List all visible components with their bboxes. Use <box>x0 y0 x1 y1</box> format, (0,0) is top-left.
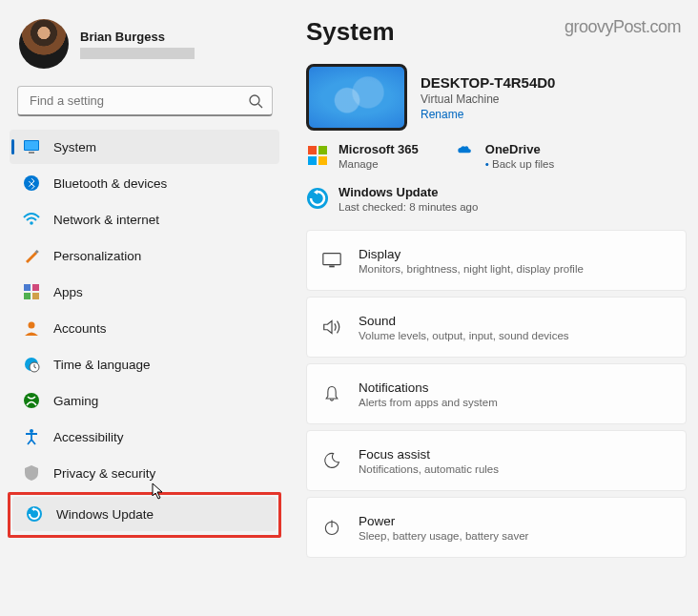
moon-icon <box>320 449 343 472</box>
card-power[interactable]: Power Sleep, battery usage, battery save… <box>306 497 687 558</box>
person-icon <box>23 319 40 337</box>
svg-rect-19 <box>318 146 327 154</box>
sidebar-item-label: Network & internet <box>53 213 159 227</box>
sound-icon <box>320 316 343 339</box>
svg-rect-11 <box>32 293 39 299</box>
svg-rect-20 <box>308 156 317 165</box>
sidebar-item-privacy[interactable]: Privacy & security <box>10 456 279 490</box>
card-title: Power <box>359 514 528 528</box>
windows-update-highlight: Windows Update <box>8 492 281 538</box>
card-title: Notifications <box>359 380 498 395</box>
sidebar-item-accounts[interactable]: Accounts <box>10 311 279 345</box>
power-icon <box>320 516 343 539</box>
service-onedrive[interactable]: OneDrive Back up files <box>453 142 554 170</box>
sidebar-item-label: Privacy & security <box>53 466 155 481</box>
m365-icon <box>306 144 329 167</box>
svg-rect-21 <box>318 156 327 165</box>
globe-clock-icon <box>23 356 40 373</box>
sidebar-item-label: Windows Update <box>56 507 154 522</box>
sidebar-item-system[interactable]: System <box>10 130 279 164</box>
sidebar-item-network[interactable]: Network & internet <box>10 202 279 236</box>
device-name: DESKTOP-T4R54D0 <box>421 74 555 91</box>
sidebar-item-label: System <box>53 140 96 154</box>
search-box[interactable] <box>17 86 273 116</box>
update-icon <box>306 187 329 210</box>
xbox-icon <box>23 392 40 409</box>
svg-rect-10 <box>24 293 31 299</box>
monitor-icon <box>23 138 40 155</box>
sidebar-item-gaming[interactable]: Gaming <box>10 383 279 418</box>
sidebar-item-windows-update[interactable]: Windows Update <box>12 497 277 531</box>
card-focus-assist[interactable]: Focus assist Notifications, automatic ru… <box>306 430 687 491</box>
avatar <box>19 19 69 69</box>
update-sub: Last checked: 8 minutes ago <box>339 201 478 213</box>
sidebar-item-label: Personalization <box>53 249 141 263</box>
service-m365[interactable]: Microsoft 365 Manage <box>306 142 419 170</box>
svg-point-16 <box>30 429 33 433</box>
sidebar-item-accessibility[interactable]: Accessibility <box>10 420 279 454</box>
service-title: Microsoft 365 <box>339 142 419 156</box>
sidebar-item-apps[interactable]: Apps <box>10 275 279 309</box>
sidebar-item-label: Accessibility <box>53 430 124 444</box>
rename-link[interactable]: Rename <box>421 108 555 121</box>
sidebar-item-label: Time & language <box>53 358 151 372</box>
shield-icon <box>23 464 40 482</box>
accessibility-icon <box>23 428 40 445</box>
sidebar-item-label: Bluetooth & devices <box>53 176 167 191</box>
profile-email-redacted <box>80 48 195 59</box>
card-sub: Notifications, automatic rules <box>359 463 499 475</box>
svg-rect-4 <box>29 152 34 154</box>
svg-point-0 <box>250 95 259 105</box>
device-type: Virtual Machine <box>421 92 555 106</box>
svg-rect-23 <box>323 254 340 265</box>
page-title: System <box>306 17 395 47</box>
svg-line-1 <box>258 104 262 108</box>
svg-point-6 <box>30 221 33 225</box>
card-sound[interactable]: Sound Volume levels, output, input, soun… <box>306 297 687 358</box>
watermark: groovyPost.com <box>565 17 687 37</box>
card-sub: Sleep, battery usage, battery saver <box>359 530 528 542</box>
bluetooth-icon <box>23 175 40 192</box>
card-sub: Alerts from apps and system <box>359 397 498 408</box>
wifi-icon <box>23 211 40 228</box>
search-icon <box>248 93 263 109</box>
onedrive-icon <box>453 144 476 167</box>
search-input[interactable] <box>17 86 273 116</box>
service-sub: Manage <box>339 158 419 170</box>
card-sub: Monitors, brightness, night light, displ… <box>359 263 584 275</box>
card-title: Sound <box>359 314 569 328</box>
svg-rect-24 <box>329 266 335 268</box>
sidebar-item-personalization[interactable]: Personalization <box>10 238 279 273</box>
svg-point-15 <box>24 393 39 408</box>
sidebar-item-label: Accounts <box>53 321 107 336</box>
card-title: Display <box>359 247 584 261</box>
windows-update-status[interactable]: Windows Update Last checked: 8 minutes a… <box>306 179 687 230</box>
service-sub: Back up files <box>485 158 554 170</box>
sidebar-item-label: Gaming <box>53 394 98 408</box>
svg-point-5 <box>24 175 39 191</box>
card-sub: Volume levels, output, input, sound devi… <box>359 330 569 341</box>
card-display[interactable]: Display Monitors, brightness, night ligh… <box>306 230 687 291</box>
svg-rect-8 <box>24 284 31 291</box>
svg-rect-3 <box>25 141 38 150</box>
settings-nav: System Bluetooth & devices Network & int… <box>4 130 285 612</box>
apps-icon <box>23 283 40 300</box>
update-title: Windows Update <box>339 185 478 199</box>
card-notifications[interactable]: Notifications Alerts from apps and syste… <box>306 363 687 424</box>
update-icon <box>26 505 43 523</box>
bell-icon <box>320 382 343 405</box>
sidebar-item-bluetooth[interactable]: Bluetooth & devices <box>10 166 279 200</box>
sidebar-item-time[interactable]: Time & language <box>10 347 279 381</box>
card-title: Focus assist <box>359 447 499 462</box>
profile-name: Brian Burgess <box>80 30 195 44</box>
svg-rect-9 <box>32 284 39 291</box>
display-icon <box>320 249 343 272</box>
service-title: OneDrive <box>485 142 554 156</box>
profile-block[interactable]: Brian Burgess <box>4 15 285 84</box>
svg-rect-18 <box>308 146 317 154</box>
sidebar-item-label: Apps <box>53 285 83 299</box>
device-thumbnail[interactable] <box>306 64 407 131</box>
svg-point-12 <box>29 322 35 329</box>
paint-icon <box>23 247 40 264</box>
